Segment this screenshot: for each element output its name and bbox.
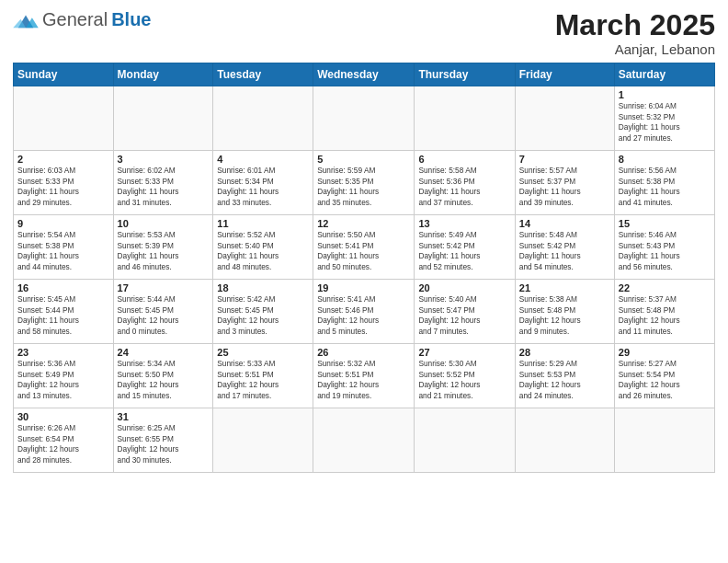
day-number: 16 xyxy=(17,282,109,293)
calendar-cell: 7Sunrise: 5:57 AM Sunset: 5:37 PM Daylig… xyxy=(515,151,614,215)
day-number: 4 xyxy=(217,154,309,165)
logo-area: GeneralBlue xyxy=(13,9,152,30)
calendar-cell: 29Sunrise: 5:27 AM Sunset: 5:54 PM Dayli… xyxy=(614,344,714,408)
calendar-cell: 10Sunrise: 5:53 AM Sunset: 5:39 PM Dayli… xyxy=(113,215,213,280)
logo: GeneralBlue xyxy=(13,9,152,30)
sun-info: Sunrise: 5:56 AM Sunset: 5:38 PM Dayligh… xyxy=(619,166,711,208)
calendar-cell: 27Sunrise: 5:30 AM Sunset: 5:52 PM Dayli… xyxy=(415,344,515,408)
day-number: 30 xyxy=(17,411,109,422)
header-wednesday: Wednesday xyxy=(313,63,415,86)
sun-info: Sunrise: 5:33 AM Sunset: 5:51 PM Dayligh… xyxy=(217,359,309,401)
calendar-cell xyxy=(313,86,415,151)
sun-info: Sunrise: 5:45 AM Sunset: 5:44 PM Dayligh… xyxy=(17,294,109,337)
day-number: 8 xyxy=(619,154,711,165)
calendar-cell: 2Sunrise: 6:03 AM Sunset: 5:33 PM Daylig… xyxy=(14,151,114,215)
sun-info: Sunrise: 5:32 AM Sunset: 5:51 PM Dayligh… xyxy=(317,359,410,401)
header-friday: Friday xyxy=(515,63,614,86)
calendar-header: Sunday Monday Tuesday Wednesday Thursday… xyxy=(14,63,715,86)
sun-info: Sunrise: 5:44 AM Sunset: 5:45 PM Dayligh… xyxy=(118,294,210,337)
day-number: 12 xyxy=(317,218,410,229)
sun-info: Sunrise: 5:52 AM Sunset: 5:40 PM Dayligh… xyxy=(217,230,309,272)
day-number: 31 xyxy=(118,411,210,422)
sun-info: Sunrise: 5:30 AM Sunset: 5:52 PM Dayligh… xyxy=(418,359,510,401)
day-number: 21 xyxy=(519,282,610,293)
sun-info: Sunrise: 6:25 AM Sunset: 6:55 PM Dayligh… xyxy=(118,423,210,465)
calendar-cell: 14Sunrise: 5:48 AM Sunset: 5:42 PM Dayli… xyxy=(515,215,614,280)
sun-info: Sunrise: 5:46 AM Sunset: 5:43 PM Dayligh… xyxy=(619,230,711,272)
sun-info: Sunrise: 5:57 AM Sunset: 5:37 PM Dayligh… xyxy=(519,166,610,208)
sun-info: Sunrise: 6:02 AM Sunset: 5:33 PM Dayligh… xyxy=(118,166,210,208)
day-number: 20 xyxy=(418,282,510,293)
day-number: 10 xyxy=(118,218,210,229)
logo-text-blue: Blue xyxy=(111,9,151,30)
calendar-cell xyxy=(614,408,714,473)
calendar-cell: 11Sunrise: 5:52 AM Sunset: 5:40 PM Dayli… xyxy=(213,215,313,280)
sun-info: Sunrise: 5:58 AM Sunset: 5:36 PM Dayligh… xyxy=(418,166,510,208)
calendar-body: 1Sunrise: 6:04 AM Sunset: 5:32 PM Daylig… xyxy=(14,86,715,473)
calendar-cell: 17Sunrise: 5:44 AM Sunset: 5:45 PM Dayli… xyxy=(113,280,213,344)
calendar-cell: 30Sunrise: 6:26 AM Sunset: 6:54 PM Dayli… xyxy=(14,408,114,473)
header-tuesday: Tuesday xyxy=(213,63,313,86)
calendar-cell xyxy=(415,86,515,151)
calendar-week-1: 1Sunrise: 6:04 AM Sunset: 5:32 PM Daylig… xyxy=(14,86,715,151)
day-number: 17 xyxy=(118,282,210,293)
logo-text-general: General xyxy=(42,9,108,30)
sun-info: Sunrise: 6:01 AM Sunset: 5:34 PM Dayligh… xyxy=(217,166,309,208)
sun-info: Sunrise: 5:48 AM Sunset: 5:42 PM Dayligh… xyxy=(519,230,610,272)
calendar-table: Sunday Monday Tuesday Wednesday Thursday… xyxy=(13,63,715,473)
sun-info: Sunrise: 5:29 AM Sunset: 5:53 PM Dayligh… xyxy=(519,359,610,401)
calendar-cell: 19Sunrise: 5:41 AM Sunset: 5:46 PM Dayli… xyxy=(313,280,415,344)
sun-info: Sunrise: 5:41 AM Sunset: 5:46 PM Dayligh… xyxy=(317,294,410,337)
day-number: 13 xyxy=(418,218,510,229)
logo-icon xyxy=(13,10,39,30)
calendar-week-6: 30Sunrise: 6:26 AM Sunset: 6:54 PM Dayli… xyxy=(14,408,715,473)
calendar-cell: 5Sunrise: 5:59 AM Sunset: 5:35 PM Daylig… xyxy=(313,151,415,215)
day-number: 24 xyxy=(118,347,210,358)
sun-info: Sunrise: 5:59 AM Sunset: 5:35 PM Dayligh… xyxy=(317,166,410,208)
calendar-cell xyxy=(113,86,213,151)
calendar-cell xyxy=(415,408,515,473)
sun-info: Sunrise: 5:36 AM Sunset: 5:49 PM Dayligh… xyxy=(17,359,109,401)
calendar-cell: 8Sunrise: 5:56 AM Sunset: 5:38 PM Daylig… xyxy=(614,151,714,215)
day-number: 2 xyxy=(17,154,109,165)
sun-info: Sunrise: 6:03 AM Sunset: 5:33 PM Dayligh… xyxy=(17,166,109,208)
sun-info: Sunrise: 5:34 AM Sunset: 5:50 PM Dayligh… xyxy=(118,359,210,401)
calendar-cell xyxy=(213,408,313,473)
calendar-cell: 31Sunrise: 6:25 AM Sunset: 6:55 PM Dayli… xyxy=(113,408,213,473)
day-number: 19 xyxy=(317,282,410,293)
calendar-cell: 15Sunrise: 5:46 AM Sunset: 5:43 PM Dayli… xyxy=(614,215,714,280)
calendar-cell: 16Sunrise: 5:45 AM Sunset: 5:44 PM Dayli… xyxy=(14,280,114,344)
sun-info: Sunrise: 5:37 AM Sunset: 5:48 PM Dayligh… xyxy=(619,294,711,337)
calendar-cell: 23Sunrise: 5:36 AM Sunset: 5:49 PM Dayli… xyxy=(14,344,114,408)
sun-info: Sunrise: 6:26 AM Sunset: 6:54 PM Dayligh… xyxy=(17,423,109,465)
calendar-cell xyxy=(213,86,313,151)
sun-info: Sunrise: 5:49 AM Sunset: 5:42 PM Dayligh… xyxy=(418,230,510,272)
calendar-cell: 6Sunrise: 5:58 AM Sunset: 5:36 PM Daylig… xyxy=(415,151,515,215)
header-thursday: Thursday xyxy=(415,63,515,86)
day-number: 26 xyxy=(317,347,410,358)
header-monday: Monday xyxy=(113,63,213,86)
day-number: 27 xyxy=(418,347,510,358)
calendar-cell: 12Sunrise: 5:50 AM Sunset: 5:41 PM Dayli… xyxy=(313,215,415,280)
calendar-week-3: 9Sunrise: 5:54 AM Sunset: 5:38 PM Daylig… xyxy=(14,215,715,280)
sun-info: Sunrise: 5:50 AM Sunset: 5:41 PM Dayligh… xyxy=(317,230,410,272)
day-number: 11 xyxy=(217,218,309,229)
month-title: March 2025 xyxy=(555,9,715,41)
calendar-cell: 13Sunrise: 5:49 AM Sunset: 5:42 PM Dayli… xyxy=(415,215,515,280)
calendar-cell: 25Sunrise: 5:33 AM Sunset: 5:51 PM Dayli… xyxy=(213,344,313,408)
day-number: 28 xyxy=(519,347,610,358)
calendar-cell: 26Sunrise: 5:32 AM Sunset: 5:51 PM Dayli… xyxy=(313,344,415,408)
day-number: 9 xyxy=(17,218,109,229)
sun-info: Sunrise: 5:54 AM Sunset: 5:38 PM Dayligh… xyxy=(17,230,109,272)
header-saturday: Saturday xyxy=(614,63,714,86)
day-number: 6 xyxy=(418,154,510,165)
day-number: 14 xyxy=(519,218,610,229)
calendar-cell xyxy=(313,408,415,473)
day-number: 23 xyxy=(17,347,109,358)
day-number: 25 xyxy=(217,347,309,358)
day-number: 7 xyxy=(519,154,610,165)
calendar-week-4: 16Sunrise: 5:45 AM Sunset: 5:44 PM Dayli… xyxy=(14,280,715,344)
title-area: March 2025 Aanjar, Lebanon xyxy=(555,9,715,57)
weekday-header-row: Sunday Monday Tuesday Wednesday Thursday… xyxy=(14,63,715,86)
day-number: 29 xyxy=(619,347,711,358)
